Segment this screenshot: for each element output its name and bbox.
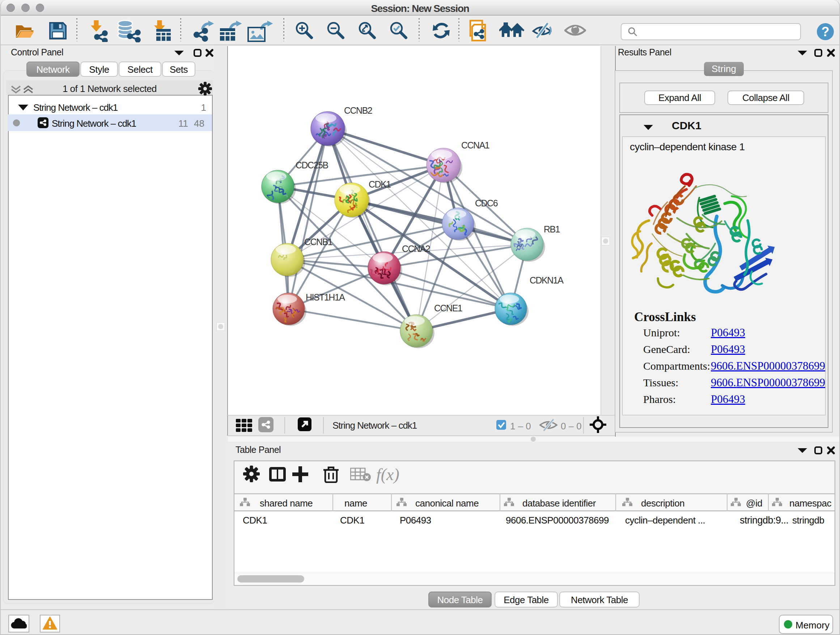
svg-text:HIST1H1A: HIST1H1A bbox=[306, 292, 345, 302]
svg-text:CDC6: CDC6 bbox=[475, 198, 498, 208]
svg-text:RB1: RB1 bbox=[544, 224, 560, 234]
svg-text:CCNB2: CCNB2 bbox=[344, 105, 372, 116]
svg-text:CCNB1: CCNB1 bbox=[304, 237, 332, 247]
svg-text:CCNA1: CCNA1 bbox=[461, 140, 489, 150]
svg-text:CDC25B: CDC25B bbox=[295, 160, 328, 170]
svg-text:CDK1: CDK1 bbox=[369, 179, 391, 189]
svg-text:CCNA2: CCNA2 bbox=[402, 244, 430, 254]
svg-text:CCNE1: CCNE1 bbox=[434, 303, 462, 313]
svg-text:CDKN1A: CDKN1A bbox=[530, 275, 564, 285]
